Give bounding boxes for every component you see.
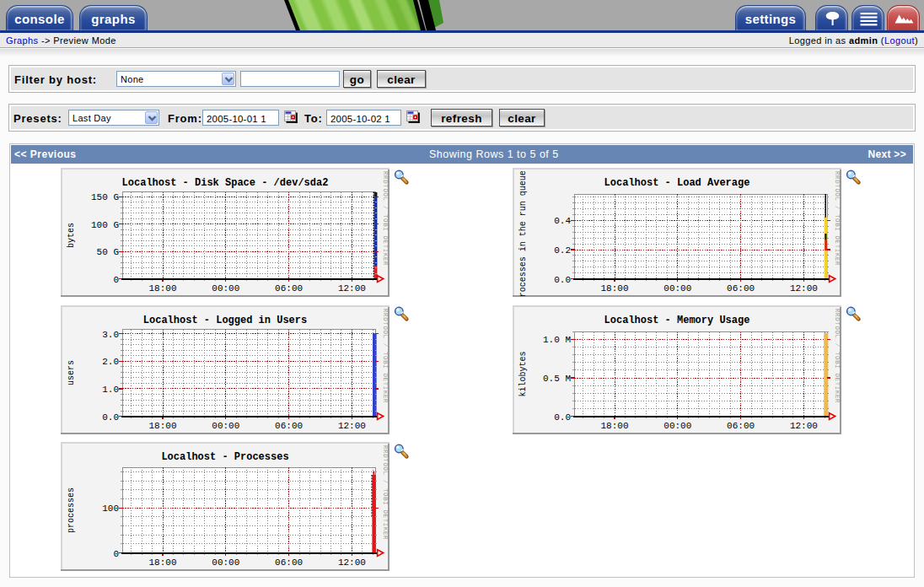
svg-text:0.0: 0.0 [554,275,571,285]
svg-text:06:00: 06:00 [275,557,303,568]
svg-text:RRDTOOL / TOBI OETIKER: RRDTOOL / TOBI OETIKER [382,445,389,540]
svg-text:100: 100 [102,504,119,514]
svg-text:00:00: 00:00 [663,283,691,294]
svg-text:12:00: 12:00 [338,557,366,568]
svg-text:0.0: 0.0 [554,412,571,422]
svg-text:0.5 M: 0.5 M [543,374,571,384]
svg-text:18:00: 18:00 [600,283,628,294]
svg-text:RRDTOOL / TOBI OETIKER: RRDTOOL / TOBI OETIKER [834,309,841,403]
svg-text:RRDTOOL / TOBI OETIKER: RRDTOOL / TOBI OETIKER [834,171,841,266]
svg-text:bytes: bytes [67,223,76,248]
svg-text:0: 0 [113,275,119,285]
svg-text:1.0: 1.0 [102,384,119,394]
svg-text:18:00: 18:00 [148,420,176,430]
svg-text:1.0 M: 1.0 M [543,335,571,345]
svg-text:06:00: 06:00 [275,420,303,430]
svg-text:150 G: 150 G [91,192,119,202]
svg-text:12:00: 12:00 [338,420,366,430]
svg-text:processes: processes [67,487,76,533]
svg-text:100 G: 100 G [91,220,119,230]
svg-text:Localhost - Logged in Users: Localhost - Logged in Users [143,315,307,326]
svg-text:users: users [67,360,76,385]
svg-text:06:00: 06:00 [275,283,303,294]
svg-text:0.0: 0.0 [102,412,119,422]
svg-text:RRDTOOL / TOBI OETIKER: RRDTOOL / TOBI OETIKER [382,171,389,266]
svg-text:0.2: 0.2 [554,245,571,256]
svg-text:00:00: 00:00 [663,420,691,430]
svg-text:processes in the run queue: processes in the run queue [518,170,528,297]
svg-text:06:00: 06:00 [727,283,755,294]
svg-text:2.0: 2.0 [102,357,119,367]
svg-text:0: 0 [113,549,119,559]
svg-text:00:00: 00:00 [212,557,239,568]
svg-text:Localhost - Processes: Localhost - Processes [161,451,288,463]
svg-text:18:00: 18:00 [148,557,176,568]
svg-text:Localhost - Memory Usage: Localhost - Memory Usage [604,315,750,326]
svg-text:18:00: 18:00 [148,283,176,294]
svg-text:00:00: 00:00 [212,283,239,294]
svg-text:00:00: 00:00 [212,420,239,430]
svg-text:06:00: 06:00 [727,420,755,430]
svg-text:RRDTOOL / TOBI OETIKER: RRDTOOL / TOBI OETIKER [382,309,389,403]
svg-text:50 G: 50 G [97,247,119,257]
svg-text:kilobytes: kilobytes [518,351,528,396]
svg-text:0.4: 0.4 [554,216,571,226]
svg-text:12:00: 12:00 [790,420,818,430]
svg-text:12:00: 12:00 [338,283,366,294]
svg-text:Localhost - Disk Space - /dev/: Localhost - Disk Space - /dev/sda2 [122,177,329,189]
svg-text:Localhost - Load Average: Localhost - Load Average [604,177,750,189]
svg-text:12:00: 12:00 [790,283,818,294]
svg-text:3.0: 3.0 [102,329,119,339]
svg-text:18:00: 18:00 [600,420,628,430]
